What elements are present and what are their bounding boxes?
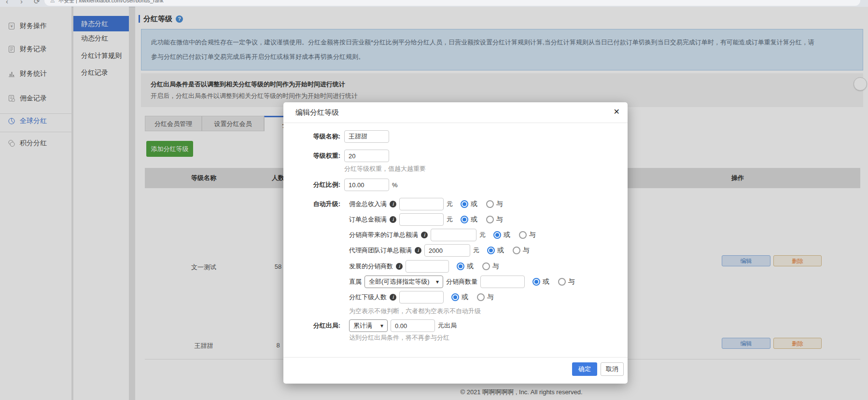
commission-total-input[interactable] — [399, 198, 444, 210]
level-name-input[interactable] — [344, 130, 389, 143]
dividend-out-row: 累计满 元出局 — [349, 319, 457, 332]
dividend-out-help: 达到分红出局条件，将不再参与分红 — [349, 333, 449, 342]
and-radio[interactable] — [519, 231, 527, 239]
percent-unit: % — [392, 181, 398, 189]
back-icon[interactable]: ‹ — [6, 0, 8, 5]
modal-header-divider — [283, 123, 628, 123]
or-radio[interactable] — [493, 231, 501, 239]
not-secure-label: 不安全 | — [58, 0, 77, 3]
auto-upgrade-row-developed-distributors: 发展的分销商数 i 或 与 — [349, 260, 499, 273]
browser-toolbar: ‹ › ⟳ ⚠ 不安全 | xiwxienxiaobi.com/User/bon… — [0, 0, 868, 7]
info-icon[interactable]: i — [396, 263, 403, 270]
info-icon[interactable]: i — [390, 294, 396, 301]
level-weight-help: 分红等级权重，值越大越重要 — [344, 165, 426, 173]
or-radio[interactable] — [487, 247, 495, 254]
direct-distributor-count-input[interactable] — [480, 276, 525, 288]
auto-upgrade-row-downline-count: 分红下级人数 i 或 与 — [349, 290, 494, 304]
dividend-ratio-label: 分红比例: — [283, 178, 340, 192]
and-radio[interactable] — [513, 247, 520, 254]
dividend-out-amount-input[interactable] — [391, 319, 435, 332]
level-weight-label: 等级权重: — [283, 149, 340, 163]
and-radio[interactable] — [486, 200, 494, 208]
or-radio[interactable] — [461, 216, 468, 223]
page-url: xiwxienxiaobi.com/User/bonus_rank — [79, 0, 163, 3]
refresh-icon[interactable]: ⟳ — [34, 0, 40, 6]
info-icon[interactable]: i — [390, 216, 396, 223]
and-radio[interactable] — [486, 216, 494, 223]
developed-distributors-input[interactable] — [406, 260, 449, 273]
auto-upgrade-row-distributor-orders: 分销商带来的订单总额满 i 元 或 与 — [349, 228, 536, 242]
cancel-button[interactable]: 取消 — [601, 362, 624, 376]
dividend-downline-count-input[interactable] — [399, 291, 444, 303]
confirm-button[interactable]: 确定 — [572, 362, 597, 376]
auto-upgrade-label: 自动升级: — [283, 197, 340, 211]
or-radio[interactable] — [461, 200, 468, 208]
level-name-label: 等级名称: — [283, 130, 340, 143]
distributor-order-total-input[interactable] — [431, 229, 476, 241]
edit-dividend-level-modal: 编辑分红等级 ✕ 等级名称: 等级权重: 分红等级权重，值越大越重要 分红比例:… — [283, 102, 628, 384]
and-radio[interactable] — [482, 262, 490, 270]
or-radio[interactable] — [457, 262, 464, 270]
and-radio[interactable] — [558, 278, 566, 286]
info-icon[interactable]: i — [421, 232, 428, 238]
auto-upgrade-help: 为空表示不做判断，六者都为空表示不自动升级 — [349, 307, 481, 316]
dividend-ratio-input[interactable] — [344, 179, 389, 191]
level-weight-input[interactable] — [344, 150, 389, 162]
dividend-out-mode-select[interactable]: 累计满 — [349, 319, 388, 332]
not-secure-icon: ⚠ — [50, 0, 55, 3]
info-icon[interactable]: i — [390, 201, 396, 207]
info-icon[interactable]: i — [415, 247, 421, 254]
or-radio[interactable] — [451, 293, 459, 301]
auto-upgrade-row-direct-distributors: 直属 全部(可选择指定等级) 分销商数量 或 与 — [349, 275, 575, 289]
address-bar[interactable]: ⚠ 不安全 | xiwxienxiaobi.com/User/bonus_ran… — [44, 0, 860, 6]
close-icon[interactable]: ✕ — [614, 107, 620, 116]
auto-upgrade-row-commission: 佣金总收入满 i 元 或 与 — [349, 197, 503, 211]
auto-upgrade-row-order-total: 订单总金额满 i 元 或 与 — [349, 213, 503, 226]
screen: ‹ › ⟳ ⚠ 不安全 | xiwxienxiaobi.com/User/bon… — [0, 0, 868, 400]
auto-upgrade-row-agent-team-orders: 代理商团队订单总额满 i 元 或 与 — [349, 244, 530, 257]
agent-team-order-total-input[interactable] — [424, 244, 470, 257]
forward-icon[interactable]: › — [20, 0, 23, 5]
or-radio[interactable] — [532, 278, 540, 286]
order-total-input[interactable] — [399, 213, 444, 226]
modal-footer-divider — [283, 357, 628, 358]
direct-level-select[interactable]: 全部(可选择指定等级) — [364, 276, 443, 288]
modal-title: 编辑分红等级 — [295, 108, 339, 117]
and-radio[interactable] — [477, 293, 485, 301]
dividend-out-label: 分红出局: — [283, 319, 340, 332]
